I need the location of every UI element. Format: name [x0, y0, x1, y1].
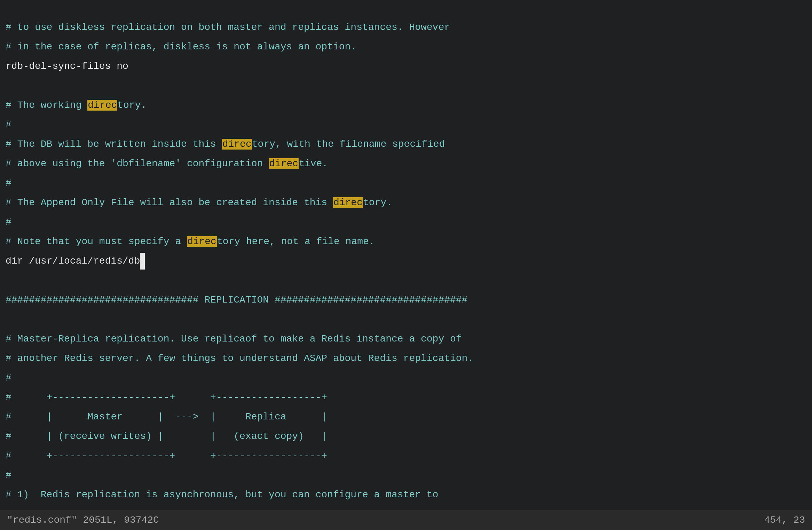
editor-line: # [6, 212, 806, 232]
comment-text: # [6, 470, 11, 481]
keyword-text: dir /usr/local/redis/db [6, 256, 140, 266]
cursor-position: 454, 23 [764, 515, 805, 525]
comment-text: # [6, 178, 11, 188]
comment-text: tory here, not a file name. [217, 236, 375, 247]
editor-line [6, 271, 806, 290]
search-highlight: direc [187, 236, 217, 247]
search-highlight: direc [222, 139, 252, 150]
comment-text: # [6, 119, 11, 130]
editor-line: rdb-del-sync-files no [6, 57, 806, 76]
comment-text: about [333, 353, 362, 364]
comment-text: # | (receive writes) | | (exact copy) | [6, 431, 327, 442]
editor-line: # above using the 'dbfilename' configura… [6, 154, 806, 174]
text-cursor [140, 253, 145, 270]
comment-text: # [6, 372, 11, 383]
editor-line: # The DB will be written inside this dir… [6, 135, 806, 154]
editor-line [6, 310, 806, 329]
comment-text: # The DB will be written inside this [6, 139, 222, 150]
editor-line: # [6, 174, 806, 193]
comment-text: Redis replication. [362, 353, 473, 364]
search-highlight: direc [269, 158, 299, 169]
comment-text: # another Redis server. A few things to … [6, 353, 333, 364]
editor-line: # 1) Redis replication is asynchronous, … [6, 485, 806, 505]
file-info: "redis.conf" 2051L, 93742C [7, 515, 159, 525]
editor-line: # The working directory. [6, 96, 806, 115]
editor-line: # [6, 368, 806, 388]
editor-line: # | (receive writes) | | (exact copy) | [6, 427, 806, 446]
editor-line [6, 76, 806, 96]
comment-text: # The Append Only File will also be crea… [6, 197, 333, 208]
comment-text: # | Master | ---> | Replica | [6, 411, 327, 422]
comment-text: the [316, 139, 334, 150]
editor-line: # [6, 466, 806, 485]
comment-text: tory. [363, 197, 392, 208]
editor-line: # | Master | ---> | Replica | [6, 407, 806, 427]
editor-line: # The Append Only File will also be crea… [6, 193, 806, 212]
comment-text: # [6, 217, 11, 227]
comment-text: # in the case of replicas, diskless is n… [6, 41, 356, 52]
comment-text: ################################# REPLIC… [6, 295, 467, 305]
comment-text: tive. [299, 158, 328, 169]
editor-line: # Master-Replica replication. Use replic… [6, 329, 806, 349]
comment-text: However [409, 22, 450, 33]
editor-line: # +--------------------+ +--------------… [6, 446, 806, 466]
editor-line: # to use diskless replication on both ma… [6, 18, 806, 37]
status-bar: "redis.conf" 2051L, 93742C 454, 23 [0, 510, 812, 530]
comment-text: # +--------------------+ +--------------… [6, 392, 327, 403]
comment-text: # +--------------------+ +--------------… [6, 450, 327, 461]
editor-line: ################################# REPLIC… [6, 290, 806, 310]
search-highlight: direc [87, 100, 117, 111]
editor-line: # Note that you must specify a directory… [6, 232, 806, 251]
comment-text: # to use diskless replication on both ma… [6, 22, 409, 33]
comment-text: # Note that you must specify a [6, 236, 187, 247]
comment-text: tory, with [252, 139, 316, 150]
comment-text: tory. [117, 100, 147, 111]
editor-line: # +--------------------+ +--------------… [6, 388, 806, 407]
keyword-text: rdb-del-sync-files no [6, 61, 128, 72]
search-highlight: direc [333, 197, 363, 208]
editor-line: # [6, 115, 806, 135]
editor-line: # another Redis server. A few things to … [6, 349, 806, 368]
comment-text: # 1) Redis replication is asynchronous, … [6, 489, 438, 500]
comment-text: filename specified [334, 139, 445, 150]
editor-content: # to use diskless replication on both ma… [0, 0, 812, 527]
editor-line: # in the case of replicas, diskless is n… [6, 37, 806, 57]
comment-text: # Master-Replica replication. Use replic… [6, 334, 462, 344]
comment-text: # above using the 'dbfilename' configura… [6, 158, 269, 169]
editor-line: dir /usr/local/redis/db [6, 251, 806, 271]
comment-text: # The working [6, 100, 87, 111]
